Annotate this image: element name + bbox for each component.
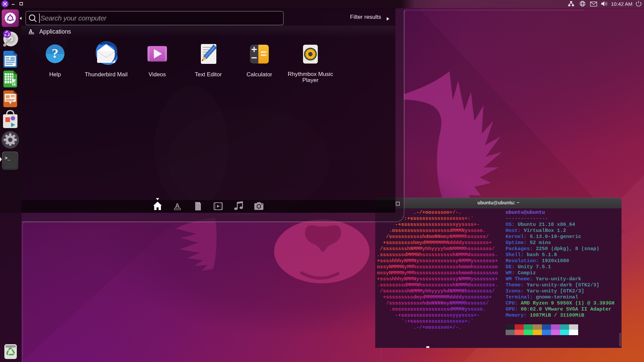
svg-text:>_: >_ xyxy=(5,156,10,161)
svg-text:?: ? xyxy=(52,46,58,61)
